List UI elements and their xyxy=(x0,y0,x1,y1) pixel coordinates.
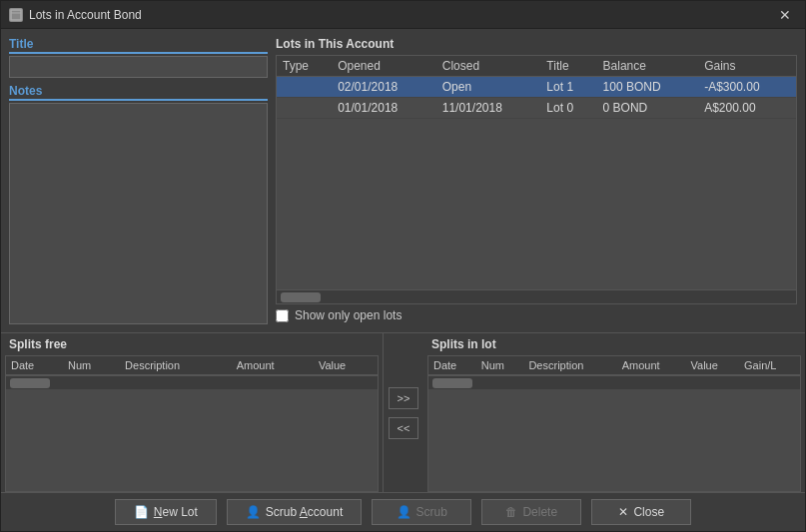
title-label: Title xyxy=(9,37,268,54)
title-section: Title xyxy=(9,37,268,78)
titlebar-left: Lots in Account Bond xyxy=(9,8,142,22)
horizontal-scrollbar[interactable] xyxy=(277,289,796,303)
close-button[interactable]: ✕ Close xyxy=(591,499,691,525)
scrub-label: Scrub xyxy=(416,505,447,519)
back-arrow-button[interactable]: << xyxy=(389,417,419,439)
free-col-num: Num xyxy=(63,356,120,375)
cell-gains: A$200.00 xyxy=(698,98,796,119)
col-opened: Opened xyxy=(332,56,436,77)
close-icon: ✕ xyxy=(618,505,628,519)
delete-label: Delete xyxy=(522,505,557,519)
scrub-account-label: Scrub Account xyxy=(266,505,343,519)
cell-title: Lot 0 xyxy=(540,98,596,119)
delete-icon: 🗑 xyxy=(505,505,517,519)
table-row[interactable]: 02/01/2018 Open Lot 1 100 BOND -A$300.00 xyxy=(277,77,796,98)
titlebar: Lots in Account Bond ✕ xyxy=(1,1,805,29)
close-window-button[interactable]: ✕ xyxy=(773,5,797,25)
col-title: Title xyxy=(540,56,596,77)
scrub-icon: 👤 xyxy=(397,505,411,519)
scrollbar-h-thumb xyxy=(281,292,321,302)
new-lot-button[interactable]: 📄 New Lot xyxy=(115,499,217,525)
splits-lot-title: Splits in lot xyxy=(423,333,805,355)
lot-col-num: Num xyxy=(476,356,524,375)
col-gains: Gains xyxy=(698,56,796,77)
col-balance: Balance xyxy=(597,56,699,77)
svg-rect-0 xyxy=(11,10,21,20)
lot-scrollbar-thumb xyxy=(432,378,472,388)
forward-arrow-button[interactable]: >> xyxy=(389,387,419,409)
main-content: Title Notes Lots in This Account Type Op… xyxy=(1,29,805,332)
cell-title: Lot 1 xyxy=(540,77,596,98)
main-window: Lots in Account Bond ✕ Title Notes Lots … xyxy=(0,0,806,532)
show-open-lots-label: Show only open lots xyxy=(295,308,402,322)
cell-closed: Open xyxy=(436,77,541,98)
scrub-account-button[interactable]: 👤 Scrub Account xyxy=(227,499,362,525)
lot-col-description: Description xyxy=(523,356,616,375)
cell-opened: 02/01/2018 xyxy=(332,77,436,98)
close-label: Close xyxy=(633,505,664,519)
cell-closed: 11/01/2018 xyxy=(436,98,541,119)
cell-type xyxy=(277,77,332,98)
free-col-description: Description xyxy=(120,356,232,375)
app-icon xyxy=(9,8,23,22)
title-input[interactable] xyxy=(9,56,268,78)
splits-free-table: Date Num Description Amount Value xyxy=(6,356,378,375)
notes-label: Notes xyxy=(9,84,268,101)
col-closed: Closed xyxy=(436,56,541,77)
splits-lot-table: Date Num Description Amount Value Gain/L xyxy=(428,356,800,375)
free-col-date: Date xyxy=(6,356,63,375)
lot-col-value: Value xyxy=(686,356,740,375)
lots-scroll-area: Type Opened Closed Title Balance Gains xyxy=(277,56,796,289)
right-panel: Lots in This Account Type Opened Closed … xyxy=(276,29,805,332)
lots-section-title: Lots in This Account xyxy=(276,37,797,51)
cell-balance: 0 BOND xyxy=(597,98,699,119)
bottom-splits: Splits free Date Num Description Amount … xyxy=(1,332,805,492)
cell-opened: 01/01/2018 xyxy=(332,98,436,119)
notes-textarea[interactable] xyxy=(9,103,268,324)
left-panel: Title Notes xyxy=(1,29,276,332)
free-col-value: Value xyxy=(314,356,378,375)
arrow-col: >> << xyxy=(384,333,423,492)
splits-free-table-container: Date Num Description Amount Value xyxy=(5,355,379,492)
new-lot-icon: 📄 xyxy=(134,505,149,519)
lot-h-scrollbar[interactable] xyxy=(428,375,800,389)
lots-table: Type Opened Closed Title Balance Gains xyxy=(277,56,796,119)
lot-col-amount: Amount xyxy=(617,356,686,375)
window-title: Lots in Account Bond xyxy=(29,8,142,22)
splits-free-panel: Splits free Date Num Description Amount … xyxy=(1,333,384,492)
show-open-lots-row: Show only open lots xyxy=(276,304,797,324)
notes-section: Notes xyxy=(9,84,268,324)
scrub-button[interactable]: 👤 Scrub xyxy=(372,499,471,525)
scrub-account-icon: 👤 xyxy=(246,505,261,519)
col-type: Type xyxy=(277,56,332,77)
show-open-lots-checkbox[interactable] xyxy=(276,309,289,322)
free-scrollbar-thumb xyxy=(10,378,50,388)
free-col-amount: Amount xyxy=(232,356,314,375)
splits-free-title: Splits free xyxy=(1,333,383,355)
lots-table-container: Type Opened Closed Title Balance Gains xyxy=(276,55,797,304)
lot-col-date: Date xyxy=(428,356,476,375)
splits-lot-panel: Splits in lot Date Num Description Amoun… xyxy=(423,333,805,492)
bottom-buttons-bar: 📄 New Lot 👤 Scrub Account 👤 Scrub 🗑 Dele… xyxy=(1,492,805,531)
delete-button[interactable]: 🗑 Delete xyxy=(481,499,581,525)
cell-balance: 100 BOND xyxy=(597,77,699,98)
table-row[interactable]: 01/01/2018 11/01/2018 Lot 0 0 BOND A$200… xyxy=(277,98,796,119)
splits-lot-table-container: Date Num Description Amount Value Gain/L xyxy=(427,355,801,492)
free-h-scrollbar[interactable] xyxy=(6,375,378,389)
lot-col-gain: Gain/L xyxy=(739,356,800,375)
new-lot-label: New Lot xyxy=(154,505,198,519)
cell-type xyxy=(277,98,332,119)
cell-gains: -A$300.00 xyxy=(698,77,796,98)
